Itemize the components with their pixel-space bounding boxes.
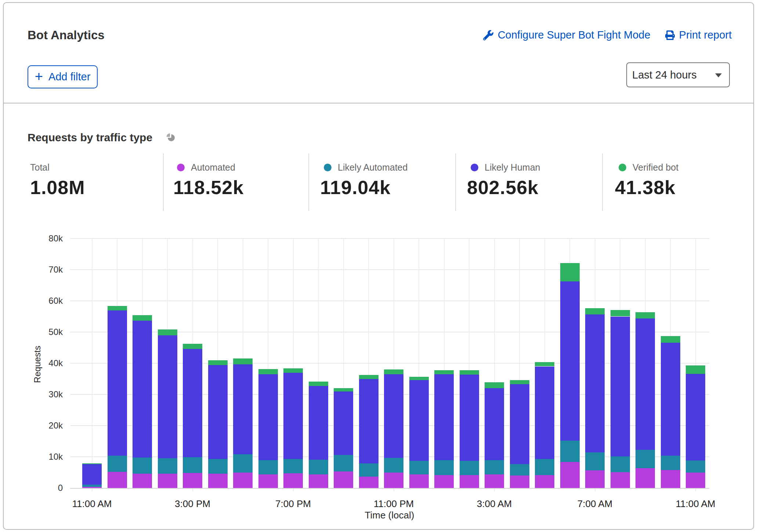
bar-segment-likely-human[interactable] — [434, 374, 454, 460]
bar-segment-likely-human[interactable] — [233, 364, 253, 455]
bar-segment-automated[interactable] — [108, 472, 127, 488]
bar-segment-automated[interactable] — [334, 471, 353, 488]
bar-segment-verified-bot[interactable] — [82, 463, 102, 464]
bar-segment-verified-bot[interactable] — [233, 358, 253, 364]
bar-segment-verified-bot[interactable] — [535, 362, 554, 366]
bar-segment-likely-human[interactable] — [82, 464, 102, 484]
bar-segment-automated[interactable] — [686, 473, 705, 488]
bar-segment-likely-human[interactable] — [183, 349, 202, 457]
bar-segment-likely-automated[interactable] — [661, 456, 680, 470]
bar-segment-likely-automated[interactable] — [510, 464, 529, 475]
bar-segment-verified-bot[interactable] — [309, 382, 328, 386]
bar-segment-likely-automated[interactable] — [334, 455, 353, 471]
bar-segment-likely-human[interactable] — [611, 317, 630, 457]
bar-segment-automated[interactable] — [208, 474, 228, 488]
bar-segment-verified-bot[interactable] — [133, 315, 152, 321]
bar-segment-verified-bot[interactable] — [434, 370, 454, 374]
bar-segment-verified-bot[interactable] — [108, 306, 127, 310]
bar-segment-automated[interactable] — [585, 470, 605, 488]
bar-segment-likely-human[interactable] — [585, 314, 605, 452]
bar-segment-likely-human[interactable] — [108, 310, 127, 455]
bar-segment-automated[interactable] — [635, 468, 655, 488]
bar-segment-likely-human[interactable] — [686, 374, 705, 460]
bar-segment-verified-bot[interactable] — [661, 336, 680, 343]
bar-segment-likely-automated[interactable] — [283, 459, 303, 473]
bar-segment-automated[interactable] — [485, 474, 504, 488]
bar-segment-automated[interactable] — [535, 475, 554, 488]
bar-segment-automated[interactable] — [258, 474, 278, 488]
bar-segment-verified-bot[interactable] — [585, 308, 605, 314]
bar-segment-automated[interactable] — [661, 470, 680, 488]
bar-segment-automated[interactable] — [359, 477, 378, 488]
bar-segment-likely-automated[interactable] — [535, 459, 554, 475]
bar-segment-verified-bot[interactable] — [283, 368, 303, 373]
bar-segment-likely-human[interactable] — [359, 379, 378, 463]
bar-segment-likely-automated[interactable] — [560, 441, 580, 462]
bar-segment-automated[interactable] — [409, 474, 429, 488]
bar-segment-likely-human[interactable] — [510, 384, 529, 464]
bar-segment-verified-bot[interactable] — [258, 369, 278, 374]
bar-segment-likely-human[interactable] — [133, 321, 152, 457]
bar-segment-automated[interactable] — [309, 474, 328, 488]
bar-segment-likely-automated[interactable] — [309, 460, 328, 475]
bar-segment-verified-bot[interactable] — [359, 375, 378, 379]
bar-segment-likely-human[interactable] — [485, 388, 504, 460]
bar-segment-automated[interactable] — [384, 473, 403, 488]
bar-segment-likely-automated[interactable] — [133, 458, 152, 474]
bar-segment-automated[interactable] — [183, 473, 202, 488]
bar-segment-likely-human[interactable] — [635, 318, 655, 450]
bar-segment-likely-automated[interactable] — [258, 460, 278, 474]
bar-segment-automated[interactable] — [510, 475, 529, 488]
bar-segment-verified-bot[interactable] — [409, 377, 429, 380]
bar-segment-verified-bot[interactable] — [334, 388, 353, 391]
bar-segment-likely-automated[interactable] — [233, 454, 253, 473]
bar-segment-likely-automated[interactable] — [158, 458, 177, 474]
bar-segment-automated[interactable] — [233, 473, 253, 488]
bar-segment-likely-human[interactable] — [384, 374, 403, 458]
bar-segment-likely-automated[interactable] — [485, 460, 504, 475]
bar-segment-verified-bot[interactable] — [384, 369, 403, 374]
bar-segment-automated[interactable] — [158, 474, 177, 488]
bar-segment-likely-human[interactable] — [460, 375, 479, 461]
bar-segment-verified-bot[interactable] — [183, 344, 202, 349]
bar-segment-automated[interactable] — [283, 473, 303, 488]
bar-segment-likely-human[interactable] — [661, 343, 680, 456]
bar-segment-likely-automated[interactable] — [611, 456, 630, 472]
bar-segment-likely-automated[interactable] — [183, 457, 202, 473]
bar-segment-likely-automated[interactable] — [460, 461, 479, 475]
bar-segment-verified-bot[interactable] — [635, 312, 655, 318]
bar-segment-verified-bot[interactable] — [208, 360, 228, 365]
bar-segment-likely-human[interactable] — [258, 374, 278, 460]
bar-segment-likely-human[interactable] — [158, 335, 177, 458]
bar-segment-likely-human[interactable] — [208, 365, 228, 459]
bar-segment-likely-automated[interactable] — [409, 461, 429, 474]
bar-segment-likely-automated[interactable] — [208, 459, 228, 474]
bar-segment-verified-bot[interactable] — [686, 365, 705, 374]
bar-segment-automated[interactable] — [434, 475, 454, 488]
bar-segment-automated[interactable] — [133, 474, 152, 488]
bar-segment-likely-automated[interactable] — [635, 450, 655, 468]
bar-segment-verified-bot[interactable] — [460, 370, 479, 375]
bar-segment-automated[interactable] — [611, 472, 630, 488]
bar-segment-automated[interactable] — [82, 487, 102, 488]
bar-segment-automated[interactable] — [460, 475, 479, 488]
bar-segment-likely-human[interactable] — [283, 373, 303, 459]
bar-segment-likely-human[interactable] — [334, 391, 353, 455]
bar-segment-verified-bot[interactable] — [158, 329, 177, 335]
bar-segment-likely-automated[interactable] — [82, 485, 102, 487]
bar-segment-likely-automated[interactable] — [359, 463, 378, 477]
bar-segment-verified-bot[interactable] — [611, 310, 630, 317]
bar-segment-likely-automated[interactable] — [686, 460, 705, 473]
bar-segment-verified-bot[interactable] — [485, 382, 504, 388]
bar-segment-verified-bot[interactable] — [560, 263, 580, 281]
bar-segment-likely-human[interactable] — [309, 386, 328, 460]
bar-segment-likely-human[interactable] — [535, 367, 554, 459]
bar-segment-likely-automated[interactable] — [108, 456, 127, 472]
bar-segment-likely-human[interactable] — [409, 380, 429, 461]
bar-segment-likely-automated[interactable] — [384, 458, 403, 473]
bar-segment-likely-human[interactable] — [560, 281, 580, 441]
bar-segment-verified-bot[interactable] — [510, 380, 529, 384]
bar-segment-likely-automated[interactable] — [585, 452, 605, 470]
bar-segment-likely-automated[interactable] — [434, 460, 454, 475]
bar-segment-automated[interactable] — [560, 462, 580, 488]
